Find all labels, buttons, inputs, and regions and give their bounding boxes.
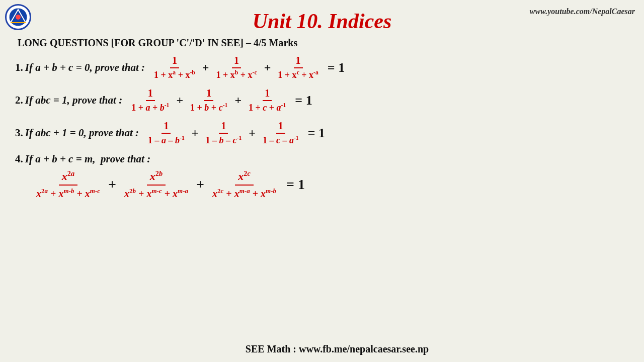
subtitle: LONG QUESTIONS [FOR GROUP 'C'/'D' IN SEE… <box>18 37 629 49</box>
footer: SEE Math : www.fb.me/nepalcaesar.see.np <box>15 343 644 355</box>
q3-frac2: 1 1 – b – c-1 <box>204 120 244 146</box>
q4-number: 4. <box>15 153 23 165</box>
q1-frac3: 1 1 + xc + x-a <box>276 55 320 80</box>
q4-math: x2a x2a + xm-b + xm-c + x2b x2b + xm-c +… <box>30 169 629 200</box>
q3-text: If abc + 1 = 0, prove that : <box>25 127 139 139</box>
q1-text: If a + b + c = 0, prove that : <box>25 61 145 74</box>
svg-point-2 <box>16 15 21 20</box>
q1-frac2: 1 1 + xb + x-c <box>214 55 259 80</box>
q2-number: 2. <box>15 94 23 107</box>
q3-frac3: 1 1 – c – a-1 <box>261 120 301 146</box>
question-2: 2. If abc = 1, prove that : 1 1 + a + b-… <box>15 87 629 113</box>
page: www.youtube.com/NepalCaesar Unit 10. Ind… <box>0 0 644 362</box>
q2-frac3: 1 1 + c + a-1 <box>247 87 288 113</box>
q4-text: If a + b + c = m, prove that : <box>25 153 150 165</box>
q2-frac2: 1 1 + b + c-1 <box>188 87 229 113</box>
q4-frac1: x2a x2a + xm-b + xm-c <box>33 169 103 200</box>
q3-number: 3. <box>15 127 23 139</box>
q4-frac2: x2b x2b + xm-c + xm-a <box>121 169 191 200</box>
youtube-link: www.youtube.com/NepalCaesar <box>530 7 635 16</box>
q4-frac3: x2c x2c + xm-a + xm-b <box>209 169 279 200</box>
q1-frac1: 1 1 + xa + x-b <box>152 55 197 80</box>
question-4: 4. If a + b + c = m, prove that : x2a x2… <box>15 153 629 200</box>
logo <box>5 4 33 32</box>
footer-text: SEE Math : www.fb.me/nepalcaesar.see.np <box>246 343 429 354</box>
question-1: 1. If a + b + c = 0, prove that : 1 1 + … <box>15 55 629 80</box>
q3-frac1: 1 1 – a – b-1 <box>146 120 187 146</box>
q2-text: If abc = 1, prove that : <box>25 94 122 107</box>
q2-frac1: 1 1 + a + b-1 <box>129 87 171 113</box>
q1-number: 1. <box>15 61 23 74</box>
question-3: 3. If abc + 1 = 0, prove that : 1 1 – a … <box>15 120 629 146</box>
